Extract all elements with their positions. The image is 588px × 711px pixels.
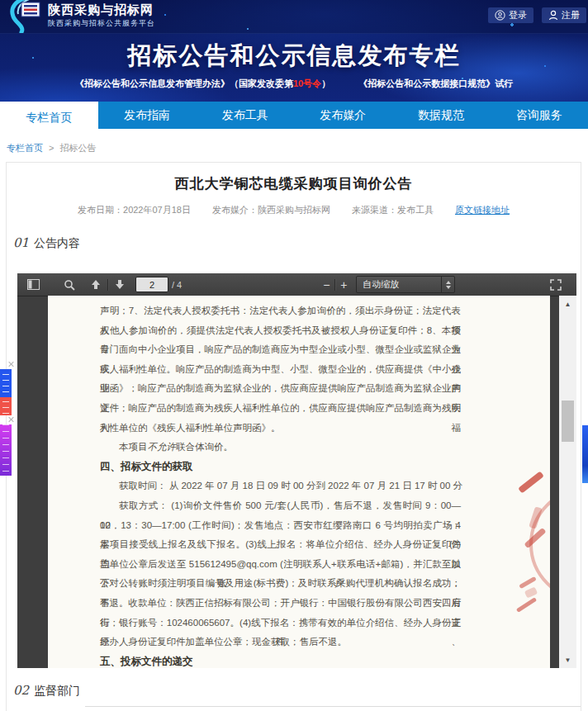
section-announcement-content: 01公告内容 (13, 235, 80, 251)
regulation-link[interactable]: 《招标公告和公示信息发布管理办法》（国家发改委第10号令） (75, 78, 330, 90)
page-up-icon[interactable] (87, 276, 105, 293)
pdf-text-line: 本项目接受线上报名及线下报名。(3)线上报名：将单位介绍信、经办人身份证复印件均… (100, 535, 461, 555)
floating-widget-close-icon[interactable] (7, 416, 14, 423)
page-total: / 4 (172, 280, 182, 290)
pdf-text-line: 权他人参加询价的，须提供法定代表人授权委托书及被授权人身份证复印件；8、本项目为 (100, 321, 461, 341)
toolbar-separator (107, 279, 108, 291)
pdf-heading-line: 五、投标文件的递交 (100, 652, 461, 668)
scrollbar-thumb[interactable] (562, 401, 574, 442)
regulation-order-number: 10号令 (293, 78, 321, 88)
pdf-text-line: 专门面向中小企业项目，响应产品的制造商应为中型企业或小型、微型企业或监狱企业或残 (100, 340, 461, 360)
pdf-heading-line: 四、招标文件的获取 (100, 457, 461, 477)
section-supervision-dept: 02监督部门 (13, 683, 80, 699)
tab-data-standard[interactable]: 数据规范 (392, 102, 491, 129)
pdf-text-line: 疾人福利性单位。响应产品的制造商为中型、小型、微型企业的，供应商提供《中小企业声 (100, 360, 461, 380)
search-icon[interactable] (60, 276, 78, 293)
section1-title: 公告内容 (34, 236, 80, 249)
toolbar-separator (334, 279, 335, 291)
scroll-up-icon[interactable]: ▲ (559, 297, 576, 310)
interface-spec-link[interactable]: 《招标公告和公示数据接口规范》试行 (358, 78, 513, 90)
site-logo (5, 0, 45, 33)
pdf-text-line: 获取方式： (1)询价文件售价 500 元/套(人民币)，售后不退，发售时间 9… (100, 496, 461, 516)
pdf-text-line: 00，13：30—17:00 (工作时间)；发售地点：西安市红缨路南口 6 号均… (100, 516, 461, 536)
floating-widget-purple[interactable] (0, 424, 12, 476)
scroll-down-icon[interactable]: ▼ (559, 653, 576, 666)
page-title: 西北大学铜芯电缆采购项目询价公告 (7, 174, 581, 193)
section2-number: 02 (13, 683, 29, 698)
tab-consult-service[interactable]: 咨询服务 (490, 102, 588, 129)
login-label: 登录 (509, 9, 527, 21)
tab-column-home[interactable]: 专栏首页 (0, 102, 98, 135)
zoom-in-button[interactable]: + (338, 278, 349, 292)
fullscreen-icon[interactable] (547, 276, 565, 293)
page-number-input[interactable] (135, 277, 168, 292)
pdf-page: 声明；7、法定代表人授权委托书：法定代表人参加询价的，须出示身份证；法定代表人授… (48, 296, 550, 668)
tab-publish-media[interactable]: 发布媒介 (294, 102, 392, 129)
red-stamp-mark (524, 586, 538, 598)
breadcrumb-home[interactable]: 专栏首页 (7, 143, 43, 153)
pdf-toolbar: / 4 − + 自动缩放 (17, 273, 576, 296)
breadcrumb-separator: > (49, 143, 54, 153)
red-stamp-mark (518, 471, 544, 493)
breadcrumb: 专栏首页 > 招标公告 (7, 142, 97, 154)
section2-title: 监督部门 (34, 684, 80, 697)
zoom-out-button[interactable]: − (320, 278, 332, 292)
floating-widget-red[interactable] (0, 397, 12, 415)
original-link[interactable]: 原文链接地址 (455, 204, 510, 216)
site-name: 陕西采购与招标网 (48, 2, 155, 18)
red-stamp-mark (524, 528, 547, 548)
hero-banner: 陕西采购与招标网 陕西采购与招标公共服务平台 登录 注册 招标公告和公示信息发布… (0, 0, 588, 102)
page: 陕西采购与招标网 陕西采购与招标公共服务平台 登录 注册 招标公告和公示信息发布… (0, 0, 588, 711)
zoom-mode-select[interactable]: 自动缩放 (356, 276, 455, 293)
section-divider (85, 706, 581, 707)
pdf-text-line: 不退。收款单位：陕西正信招标有限公司；开户银行：中国银行股份有限公司西安四府街支 (100, 594, 461, 614)
register-label: 注册 (562, 9, 580, 21)
floating-widget-blue[interactable] (0, 369, 12, 397)
pdf-text-line: 行；银行账号：102460065607。(4)线下报名：携带有效的单位介绍信、经… (100, 614, 461, 633)
meta-publish-date: 发布日期：2022年07月18日 (78, 204, 191, 216)
breadcrumb-current: 招标公告 (60, 143, 97, 153)
pdf-text-line: 声明；7、法定代表人授权委托书：法定代表人参加询价的，须出示身份证；法定代表人授 (100, 301, 461, 321)
floating-widget-close-icon[interactable] (7, 361, 14, 367)
article-meta: 发布日期：2022年07月18日 发布媒介：陕西采购与招标网 来源渠道：发布工具… (7, 204, 581, 216)
red-stamp-mark (519, 576, 537, 589)
pdf-text-line: 盖单位公章后发送至 515612495@qq.com (注明联系人+联系电话+邮… (100, 555, 461, 575)
login-button[interactable]: 登录 (488, 7, 533, 23)
pdf-viewer: / 4 − + 自动缩放 声明；7、法定代表人授权委托书：法定代表人参加询价的，… (17, 273, 576, 668)
meta-source-channel: 来源渠道：发布工具 (352, 204, 434, 216)
select-spinner-icon (441, 277, 454, 292)
pdf-text-line: 文件；响应产品的制造商为残疾人福利性单位的，供应商应提供响应产品制造商为残疾人福 (100, 399, 461, 419)
red-stamp-mark (529, 506, 543, 529)
floating-widget-right-blue[interactable] (582, 425, 588, 483)
meta-publish-media: 发布媒介：陕西采购与招标网 (212, 204, 330, 216)
zoom-mode-label: 自动缩放 (357, 278, 441, 291)
red-stamp-mark (516, 597, 537, 613)
pdf-text-line: 本项目不允许联合体询价。 (100, 438, 461, 457)
site-subtitle: 陕西采购与招标公共服务平台 (48, 19, 155, 28)
top-header: 陕西采购与招标网 陕西采购与招标公共服务平台 登录 注册 (0, 0, 588, 34)
user-icon (548, 10, 558, 21)
pdf-text-line: 公对公转账时须注明项目编号及用途(标书费)；及时联系采购代理机构确认报名成功；售… (100, 574, 461, 594)
banner-title: 招标公告和公示信息发布专栏 (0, 40, 588, 73)
pdf-scrollbar[interactable]: ▲ ▼ (559, 296, 576, 668)
article-card: 西北大学铜芯电缆采购项目询价公告 发布日期：2022年07月18日 发布媒介：陕… (6, 162, 581, 711)
register-button[interactable]: 注册 (542, 7, 586, 23)
pdf-text-block: 声明；7、法定代表人授权委托书：法定代表人参加询价的，须出示身份证；法定代表人授… (100, 301, 461, 668)
red-stamp (529, 487, 550, 601)
site-identity: 陕西采购与招标网 陕西采购与招标公共服务平台 (48, 2, 155, 28)
user-circle-icon (495, 10, 505, 21)
main-nav: 专栏首页 发布指南 发布工具 发布媒介 数据规范 咨询服务 (0, 102, 588, 129)
section1-number: 01 (13, 235, 29, 250)
page-down-icon[interactable] (111, 276, 129, 293)
pdf-text-line: 明函》；响应产品的制造商为监狱企业的，供应商应提供响应产品制造商为监狱企业的证明 (100, 379, 461, 399)
pdf-text-line: 获取时间： 从 2022 年 07 月 18 日 09 时 00 分到 2022… (100, 476, 461, 496)
banner-links: 《招标公告和公示信息发布管理办法》（国家发改委第10号令） 《招标公告和公示数据… (0, 78, 588, 90)
sidebar-toggle-icon[interactable] (24, 276, 42, 293)
tab-publish-tool[interactable]: 发布工具 (196, 102, 294, 129)
tab-publish-guide[interactable]: 发布指南 (98, 102, 197, 129)
